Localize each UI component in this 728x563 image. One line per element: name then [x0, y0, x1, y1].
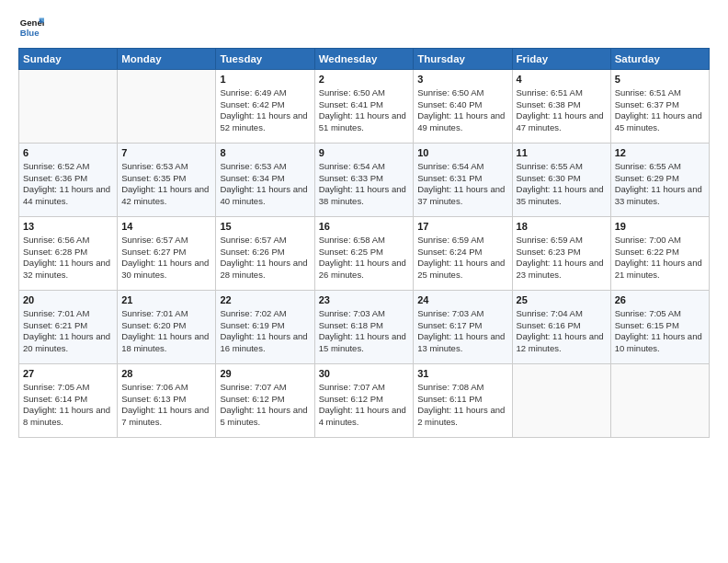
day-info: Daylight: 11 hours and 25 minutes.: [417, 258, 507, 282]
calendar-cell: 9Sunrise: 6:54 AMSunset: 6:33 PMDaylight…: [314, 144, 414, 217]
day-number: 27: [23, 367, 113, 381]
header-wednesday: Wednesday: [314, 49, 414, 70]
day-info: Sunrise: 7:01 AM: [23, 308, 113, 320]
week-row-1: 1Sunrise: 6:49 AMSunset: 6:42 PMDaylight…: [19, 70, 710, 144]
day-info: Sunrise: 7:06 AM: [121, 382, 211, 394]
day-info: Daylight: 11 hours and 16 minutes.: [220, 331, 310, 355]
day-number: 7: [121, 146, 211, 160]
day-info: Sunset: 6:42 PM: [220, 99, 310, 111]
day-number: 3: [417, 73, 507, 86]
day-info: Daylight: 11 hours and 44 minutes.: [23, 184, 113, 208]
day-info: Daylight: 11 hours and 5 minutes.: [220, 405, 310, 429]
calendar-cell: 30Sunrise: 7:07 AMSunset: 6:12 PMDayligh…: [314, 364, 414, 438]
calendar-cell: 26Sunrise: 7:05 AMSunset: 6:15 PMDayligh…: [610, 291, 709, 364]
calendar-cell: 13Sunrise: 6:56 AMSunset: 6:28 PMDayligh…: [19, 217, 118, 291]
calendar-cell: 31Sunrise: 7:08 AMSunset: 6:11 PMDayligh…: [414, 364, 512, 438]
calendar-cell: 4Sunrise: 6:51 AMSunset: 6:38 PMDaylight…: [512, 70, 610, 144]
calendar-cell: 3Sunrise: 6:50 AMSunset: 6:40 PMDaylight…: [414, 70, 512, 144]
day-info: Sunrise: 7:04 AM: [517, 308, 607, 320]
day-info: Daylight: 11 hours and 23 minutes.: [517, 258, 607, 282]
day-number: 22: [220, 293, 310, 307]
day-info: Sunrise: 7:03 AM: [319, 308, 410, 320]
day-info: Daylight: 11 hours and 21 minutes.: [615, 258, 705, 282]
day-info: Sunset: 6:36 PM: [23, 173, 113, 185]
day-number: 10: [417, 146, 507, 160]
day-info: Daylight: 11 hours and 49 minutes.: [417, 110, 507, 134]
day-info: Sunset: 6:28 PM: [23, 247, 113, 259]
day-info: Daylight: 11 hours and 35 minutes.: [517, 184, 607, 208]
day-number: 25: [517, 293, 607, 307]
day-number: 17: [417, 220, 507, 234]
week-row-5: 27Sunrise: 7:05 AMSunset: 6:14 PMDayligh…: [19, 364, 710, 438]
day-info: Sunset: 6:31 PM: [417, 173, 507, 185]
day-info: Daylight: 11 hours and 33 minutes.: [615, 184, 705, 208]
day-number: 2: [319, 73, 410, 86]
day-info: Sunset: 6:41 PM: [319, 99, 410, 111]
calendar-cell: 12Sunrise: 6:55 AMSunset: 6:29 PMDayligh…: [610, 144, 709, 217]
day-info: Sunset: 6:11 PM: [417, 394, 507, 406]
day-number: 12: [615, 146, 705, 160]
calendar-cell: 25Sunrise: 7:04 AMSunset: 6:16 PMDayligh…: [512, 291, 610, 364]
calendar-cell: 17Sunrise: 6:59 AMSunset: 6:24 PMDayligh…: [414, 217, 512, 291]
day-info: Sunrise: 6:50 AM: [417, 87, 507, 99]
day-info: Sunrise: 7:07 AM: [220, 382, 310, 394]
day-info: Daylight: 11 hours and 45 minutes.: [615, 110, 705, 134]
day-info: Sunset: 6:40 PM: [417, 99, 507, 111]
day-number: 14: [121, 220, 211, 234]
day-number: 26: [615, 293, 705, 307]
day-info: Sunrise: 6:51 AM: [517, 87, 607, 99]
calendar-cell: 6Sunrise: 6:52 AMSunset: 6:36 PMDaylight…: [19, 144, 118, 217]
day-info: Sunset: 6:19 PM: [220, 320, 310, 332]
day-info: Daylight: 11 hours and 42 minutes.: [121, 184, 211, 208]
day-info: Sunrise: 7:02 AM: [220, 308, 310, 320]
day-number: 31: [417, 367, 507, 381]
day-number: 16: [319, 220, 410, 234]
calendar-header-row: SundayMondayTuesdayWednesdayThursdayFrid…: [19, 49, 710, 70]
calendar-cell: 28Sunrise: 7:06 AMSunset: 6:13 PMDayligh…: [118, 364, 216, 438]
day-info: Sunset: 6:21 PM: [23, 320, 113, 332]
day-info: Sunrise: 6:58 AM: [319, 235, 410, 247]
day-number: 23: [319, 293, 410, 307]
day-info: Sunset: 6:20 PM: [121, 320, 211, 332]
header-monday: Monday: [118, 49, 216, 70]
day-number: 5: [615, 73, 705, 86]
day-info: Sunset: 6:22 PM: [615, 247, 705, 259]
day-info: Sunset: 6:12 PM: [220, 394, 310, 406]
day-info: Sunset: 6:29 PM: [615, 173, 705, 185]
day-info: Sunset: 6:16 PM: [517, 320, 607, 332]
day-info: Daylight: 11 hours and 51 minutes.: [319, 110, 410, 134]
calendar-cell: 10Sunrise: 6:54 AMSunset: 6:31 PMDayligh…: [414, 144, 512, 217]
day-number: 9: [319, 146, 410, 160]
calendar-cell: [19, 70, 118, 144]
header-friday: Friday: [512, 49, 610, 70]
calendar-cell: 1Sunrise: 6:49 AMSunset: 6:42 PMDaylight…: [216, 70, 314, 144]
day-number: 18: [517, 220, 607, 234]
day-info: Daylight: 11 hours and 8 minutes.: [23, 405, 113, 429]
day-info: Sunrise: 6:52 AM: [23, 161, 113, 173]
header-sunday: Sunday: [19, 49, 118, 70]
calendar-cell: 18Sunrise: 6:59 AMSunset: 6:23 PMDayligh…: [512, 217, 610, 291]
day-info: Sunset: 6:34 PM: [220, 173, 310, 185]
day-info: Sunset: 6:18 PM: [319, 320, 410, 332]
day-info: Sunrise: 6:55 AM: [517, 161, 607, 173]
day-info: Daylight: 11 hours and 28 minutes.: [220, 258, 310, 282]
day-info: Sunrise: 7:03 AM: [417, 308, 507, 320]
header-tuesday: Tuesday: [216, 49, 314, 70]
calendar-cell: 16Sunrise: 6:58 AMSunset: 6:25 PMDayligh…: [314, 217, 414, 291]
calendar-cell: 14Sunrise: 6:57 AMSunset: 6:27 PMDayligh…: [118, 217, 216, 291]
day-number: 19: [615, 220, 705, 234]
day-info: Daylight: 11 hours and 20 minutes.: [23, 331, 113, 355]
day-info: Sunrise: 7:07 AM: [319, 382, 410, 394]
day-info: Sunrise: 6:59 AM: [417, 235, 507, 247]
day-info: Sunset: 6:27 PM: [121, 247, 211, 259]
day-info: Daylight: 11 hours and 18 minutes.: [121, 331, 211, 355]
day-number: 20: [23, 293, 113, 307]
day-info: Sunset: 6:15 PM: [615, 320, 705, 332]
day-info: Daylight: 11 hours and 32 minutes.: [23, 258, 113, 282]
day-info: Sunrise: 6:54 AM: [319, 161, 410, 173]
week-row-4: 20Sunrise: 7:01 AMSunset: 6:21 PMDayligh…: [19, 291, 710, 364]
day-number: 13: [23, 220, 113, 234]
day-info: Sunrise: 6:57 AM: [121, 235, 211, 247]
header: General Blue: [18, 15, 710, 40]
day-info: Daylight: 11 hours and 12 minutes.: [517, 331, 607, 355]
